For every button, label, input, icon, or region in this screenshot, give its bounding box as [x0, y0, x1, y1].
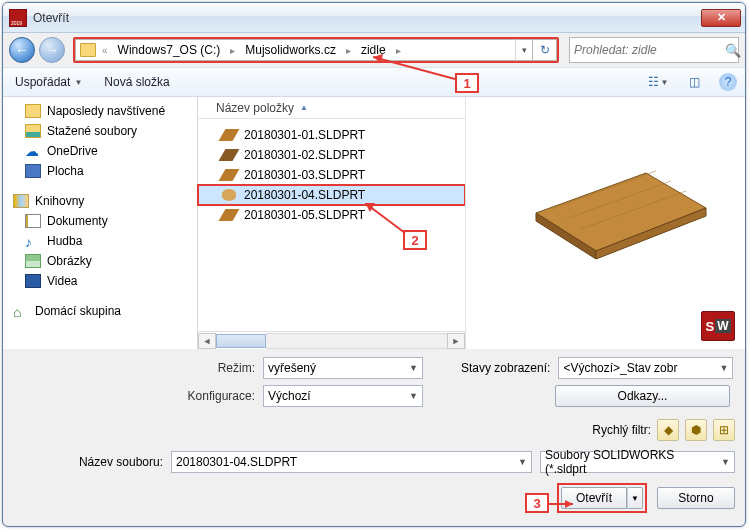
- tree-item-documents[interactable]: Dokumenty: [3, 211, 197, 231]
- file-row[interactable]: 20180301-05.SLDPRT: [198, 205, 465, 225]
- file-row[interactable]: 20180301-02.SLDPRT: [198, 145, 465, 165]
- chevron-down-icon: ▼: [715, 457, 730, 467]
- search-box[interactable]: 🔍: [569, 37, 739, 63]
- toolbar: Uspořádat ▼ Nová složka ☷▼ ◫ ?: [3, 67, 745, 97]
- mode-label: Režim:: [13, 361, 263, 375]
- navigation-tree[interactable]: Naposledy navštívené Stažené soubory ☁On…: [3, 97, 198, 349]
- breadcrumb-item[interactable]: Mujsolidworks.cz: [241, 41, 340, 59]
- pictures-icon: [25, 254, 41, 268]
- cancel-button[interactable]: Storno: [657, 487, 735, 509]
- breadcrumb-prefix: «: [98, 45, 112, 56]
- search-input[interactable]: [574, 43, 725, 57]
- tree-item-recent[interactable]: Naposledy navštívené: [3, 101, 197, 121]
- quick-filter-row: Rychlý filtr: ◆ ⬢ ⊞: [3, 417, 745, 447]
- file-row-selected[interactable]: 20180301-04.SLDPRT: [198, 185, 465, 205]
- horizontal-scrollbar[interactable]: ◄ ►: [198, 331, 465, 349]
- chevron-right-icon[interactable]: ▸: [392, 45, 405, 56]
- open-button[interactable]: Otevřít: [561, 487, 627, 509]
- preview-pane: SW: [465, 97, 745, 349]
- sldprt-icon: [219, 169, 240, 181]
- chevron-down-icon: ▼: [403, 363, 418, 373]
- breadcrumb-item[interactable]: Windows7_OS (C:): [114, 41, 225, 59]
- search-icon[interactable]: 🔍: [725, 43, 741, 58]
- quick-filter-label: Rychlý filtr:: [592, 423, 651, 437]
- preview-pane-button[interactable]: ◫: [683, 72, 705, 92]
- organize-button[interactable]: Uspořádat ▼: [11, 73, 86, 91]
- open-split-button[interactable]: ▼: [627, 487, 643, 509]
- callout-3: 3: [525, 493, 549, 513]
- tree-item-homegroup[interactable]: ⌂Domácí skupina: [3, 301, 197, 321]
- window-title: Otevřít: [33, 11, 69, 25]
- homegroup-icon: ⌂: [13, 304, 29, 318]
- downloads-icon: [25, 124, 41, 138]
- address-bar-highlight: « Windows7_OS (C:) ▸ Mujsolidworks.cz ▸ …: [73, 37, 559, 63]
- solidworks-badge-icon: SW: [701, 311, 735, 341]
- chevron-down-icon: ▼: [74, 78, 82, 87]
- help-button[interactable]: ?: [719, 73, 737, 91]
- filter-top-level-icon[interactable]: ⊞: [713, 419, 735, 441]
- tree-item-pictures[interactable]: Obrázky: [3, 251, 197, 271]
- tree-item-music[interactable]: ♪Hudba: [3, 231, 197, 251]
- solidworks-app-icon: [9, 9, 27, 27]
- scroll-right-button[interactable]: ►: [447, 333, 465, 349]
- chevron-right-icon[interactable]: ▸: [342, 45, 355, 56]
- chevron-down-icon: ▼: [403, 391, 418, 401]
- file-list[interactable]: 20180301-01.SLDPRT 20180301-02.SLDPRT 20…: [198, 119, 465, 331]
- tree-item-downloads[interactable]: Stažené soubory: [3, 121, 197, 141]
- options-area: Režim: vyřešený▼ Stavy zobrazení: <Výcho…: [3, 349, 745, 417]
- filename-combo[interactable]: 20180301-04.SLDPRT▼: [171, 451, 532, 473]
- references-button[interactable]: Odkazy...: [555, 385, 730, 407]
- tree-item-libraries[interactable]: Knihovny: [3, 191, 197, 211]
- tree-item-videos[interactable]: Videa: [3, 271, 197, 291]
- sldprt-icon: [219, 149, 240, 161]
- back-button[interactable]: ←: [9, 37, 35, 63]
- scroll-track[interactable]: [266, 333, 447, 349]
- scroll-left-button[interactable]: ◄: [198, 333, 216, 349]
- view-mode-button[interactable]: ☷▼: [647, 72, 669, 92]
- scroll-thumb[interactable]: [216, 334, 266, 348]
- recent-icon: [25, 104, 41, 118]
- content-area: Naposledy navštívené Stažené soubory ☁On…: [3, 97, 745, 349]
- filename-row: Název souboru: 20180301-04.SLDPRT▼ Soubo…: [3, 447, 745, 479]
- filename-label: Název souboru:: [13, 455, 163, 469]
- display-states-label: Stavy zobrazení:: [461, 361, 558, 375]
- libraries-icon: [13, 194, 29, 208]
- titlebar: Otevřít ✕: [3, 3, 745, 33]
- filter-assemblies-icon[interactable]: ⬢: [685, 419, 707, 441]
- desktop-icon: [25, 164, 41, 178]
- refresh-button[interactable]: ↻: [533, 39, 557, 61]
- address-bar[interactable]: « Windows7_OS (C:) ▸ Mujsolidworks.cz ▸ …: [75, 39, 515, 61]
- display-states-combo[interactable]: <Výchozí>_Stav zobr▼: [558, 357, 733, 379]
- config-label: Konfigurace:: [13, 389, 263, 403]
- file-row[interactable]: 20180301-03.SLDPRT: [198, 165, 465, 185]
- breadcrumb-item[interactable]: zidle: [357, 41, 390, 59]
- chevron-down-icon: ▼: [512, 457, 527, 467]
- sldprt-icon: [222, 189, 236, 201]
- filter-parts-icon[interactable]: ◆: [657, 419, 679, 441]
- open-dialog: Otevřít ✕ ← → « Windows7_OS (C:) ▸ Mujso…: [2, 2, 746, 527]
- nav-row: ← → « Windows7_OS (C:) ▸ Mujsolidworks.c…: [3, 33, 745, 67]
- address-dropdown[interactable]: ▾: [515, 39, 533, 61]
- sldprt-icon: [219, 129, 240, 141]
- videos-icon: [25, 274, 41, 288]
- chevron-down-icon: ▼: [713, 363, 728, 373]
- close-button[interactable]: ✕: [701, 9, 741, 27]
- action-row: Otevřít ▼ Storno: [3, 479, 745, 523]
- sort-asc-icon: ▲: [300, 103, 308, 112]
- config-combo[interactable]: Výchozí▼: [263, 385, 423, 407]
- chevron-right-icon[interactable]: ▸: [226, 45, 239, 56]
- documents-icon: [25, 214, 41, 228]
- column-header-name[interactable]: Název položky▲: [198, 97, 465, 119]
- new-folder-button[interactable]: Nová složka: [100, 73, 173, 91]
- open-button-highlight: Otevřít ▼: [557, 483, 647, 513]
- mode-combo[interactable]: vyřešený▼: [263, 357, 423, 379]
- callout-2: 2: [403, 230, 427, 250]
- tree-item-onedrive[interactable]: ☁OneDrive: [3, 141, 197, 161]
- file-row[interactable]: 20180301-01.SLDPRT: [198, 125, 465, 145]
- tree-item-desktop[interactable]: Plocha: [3, 161, 197, 181]
- folder-icon: [80, 43, 96, 57]
- sldprt-icon: [219, 209, 240, 221]
- forward-button[interactable]: →: [39, 37, 65, 63]
- callout-1: 1: [455, 73, 479, 93]
- file-type-filter-combo[interactable]: Soubory SOLIDWORKS (*.sldprt▼: [540, 451, 735, 473]
